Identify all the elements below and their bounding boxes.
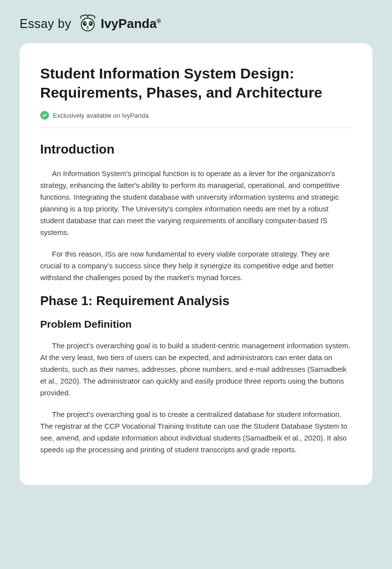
- svg-point-4: [90, 23, 91, 24]
- intro-paragraph-2: For this reason, ISs are now fundamental…: [40, 248, 352, 284]
- exclusive-text: Exclusively available on IvyPanda: [53, 112, 148, 119]
- problem-paragraph-1: The project's overarching goal is to bui…: [40, 340, 352, 399]
- svg-point-5: [87, 26, 89, 28]
- brand-name: IvyPanda®: [100, 16, 161, 31]
- brand-logo: IvyPanda®: [78, 14, 161, 33]
- intro-paragraph-1: An Information System's principal functi…: [40, 168, 352, 238]
- page-title: Student Information System Design: Requi…: [40, 64, 352, 102]
- document-card: Student Information System Design: Requi…: [20, 43, 372, 485]
- essay-by-label: Essay by: [20, 17, 71, 31]
- problem-definition-heading: Problem Definition: [40, 318, 352, 330]
- exclusive-badge-row: Exclusively available on IvyPanda: [40, 111, 352, 128]
- svg-point-1: [83, 21, 87, 26]
- problem-paragraph-2: The project's overarching goal is to cre…: [40, 409, 352, 456]
- panda-icon: [78, 14, 98, 33]
- header-bar: Essay by IvyPanda®: [0, 0, 392, 43]
- registered-mark: ®: [157, 18, 161, 25]
- intro-heading: Introduction: [40, 142, 352, 157]
- svg-point-3: [85, 23, 86, 24]
- phase1-heading: Phase 1: Requirement Analysis: [40, 293, 352, 309]
- check-icon: [40, 111, 49, 120]
- svg-point-2: [89, 21, 93, 26]
